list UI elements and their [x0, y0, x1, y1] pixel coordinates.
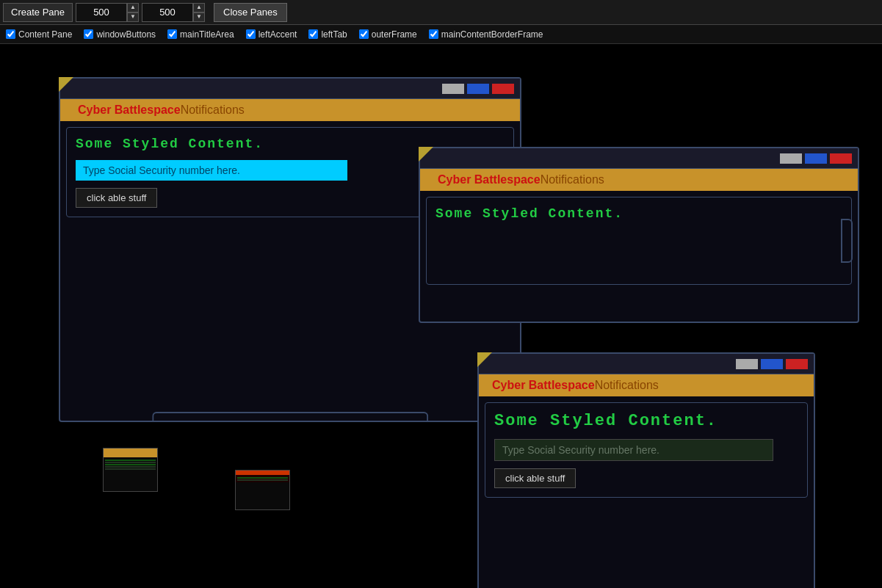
close-panes-button[interactable]: Close Panes	[214, 3, 287, 22]
pane-1-close-btn[interactable]	[492, 84, 514, 94]
pane-1-minimize-btn[interactable]	[442, 84, 464, 94]
pane-2-styled-content: Some Styled Content.	[435, 206, 842, 221]
pane-2-maximize-btn[interactable]	[805, 153, 827, 164]
height-input-group: ▲ ▼	[142, 3, 205, 22]
pane-3-notification-banner: Cyber BattlespaceNotifications	[479, 374, 814, 396]
pane-2-brand: Cyber Battlespace	[438, 173, 541, 186]
width-spinner[interactable]: ▲ ▼	[127, 3, 139, 22]
toolbar: Create Pane ▲ ▼ ▲ ▼ Close Panes	[0, 0, 882, 25]
thumbnail-1-content	[104, 449, 157, 491]
main-area: Cyber BattlespaceNotifications Some Styl…	[0, 44, 882, 588]
pane-1-ssn-input[interactable]	[76, 160, 347, 181]
checkbox-window-buttons[interactable]: windowButtons	[84, 29, 156, 40]
pane-1-maximize-btn[interactable]	[467, 84, 489, 94]
pane-1-brand: Cyber Battlespace	[78, 104, 181, 116]
pane-2-right-notch	[841, 219, 853, 263]
pane-2-close-btn[interactable]	[830, 153, 852, 164]
checkbox-outer-frame[interactable]: outerFrame	[359, 29, 417, 40]
pane-1-notification-banner: Cyber BattlespaceNotifications	[60, 99, 520, 121]
pane-3-window-buttons	[736, 359, 808, 369]
pane-3-brand: Cyber Battlespace	[492, 379, 595, 391]
width-input-group: ▲ ▼	[76, 3, 139, 22]
thumbnail-2[interactable]	[235, 470, 290, 510]
thumbnail-2-lines	[236, 475, 289, 483]
checkbox-left-tab[interactable]: leftTab	[308, 29, 347, 40]
pane-3-styled-content: Some Styled Content.	[494, 412, 798, 430]
pane-1-window-buttons	[442, 84, 514, 94]
pane-3: Cyber BattlespaceNotifications Some Styl…	[477, 352, 815, 588]
width-spin-down[interactable]: ▼	[127, 12, 139, 22]
pane-2-notification-text: Notifications	[541, 173, 604, 186]
pane-3-content-box: Some Styled Content. click able stuff	[485, 402, 808, 498]
pane-3-titlebar	[479, 354, 814, 374]
checkbox-content-pane[interactable]: Content Pane	[6, 29, 72, 40]
pane-1-click-button[interactable]: click able stuff	[76, 188, 157, 208]
height-spinner[interactable]: ▲ ▼	[193, 3, 205, 22]
pane-3-minimize-btn[interactable]	[736, 359, 758, 369]
pane-2-titlebar	[420, 148, 858, 169]
thumbnail-2-content	[236, 471, 289, 509]
pane-2-minimize-btn[interactable]	[780, 153, 802, 164]
pane-3-notification-text: Notifications	[595, 379, 659, 391]
pane-1-titlebar	[60, 79, 520, 99]
create-pane-button[interactable]: Create Pane	[3, 3, 73, 22]
pane-3-click-button[interactable]: click able stuff	[494, 468, 576, 488]
pane-3-maximize-btn[interactable]	[761, 359, 783, 369]
pane-2-content-box: Some Styled Content.	[426, 197, 852, 285]
width-input[interactable]	[76, 3, 127, 22]
checkbox-main-title-area[interactable]: mainTitleArea	[167, 29, 234, 40]
pane-2-window-buttons	[780, 153, 852, 164]
height-spin-down[interactable]: ▼	[193, 12, 205, 22]
pane-2: Cyber BattlespaceNotifications Some Styl…	[419, 147, 859, 323]
height-input[interactable]	[142, 3, 193, 22]
height-spin-up[interactable]: ▲	[193, 3, 205, 12]
thumbnail-1-title	[104, 449, 157, 457]
checkbox-main-content-border-frame[interactable]: mainContentBorderFrame	[429, 29, 543, 40]
pane-1-notification-text: Notifications	[181, 104, 245, 116]
thumbnail-1[interactable]	[103, 448, 158, 492]
pane-2-notification-banner: Cyber BattlespaceNotifications	[420, 169, 858, 191]
width-spin-up[interactable]: ▲	[127, 3, 139, 12]
thumbnail-1-lines	[104, 457, 157, 472]
pane-1-bottom-decor	[152, 412, 428, 421]
pane-3-close-btn[interactable]	[786, 359, 808, 369]
checkbox-row: Content Pane windowButtons mainTitleArea…	[0, 25, 882, 44]
checkbox-left-accent[interactable]: leftAccent	[246, 29, 297, 40]
pane-3-ssn-input[interactable]	[494, 439, 773, 461]
